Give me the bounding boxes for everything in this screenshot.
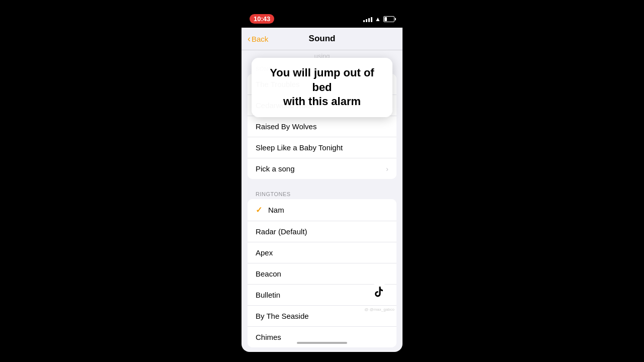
list-item[interactable]: Beacon (248, 263, 396, 285)
song-label-pick-a-song: Pick a song (256, 164, 386, 173)
list-item[interactable]: Sleep Like a Baby Tonight (248, 137, 396, 158)
list-item[interactable]: Radar (Default) (248, 221, 396, 242)
ringtones-section-label: RINGTONES (248, 187, 396, 199)
tooltip-text: You will jump out of bed with this alarm (262, 66, 382, 109)
back-chevron-icon: ‹ (248, 34, 251, 44)
tiktok-label: TikTok (372, 301, 386, 306)
tooltip-overlay: You will jump out of bed with this alarm (242, 58, 403, 117)
tiktok-user: @ @max_gabco (364, 307, 394, 312)
list-item[interactable]: Pick a song › (248, 158, 396, 179)
tiktok-watermark: TikTok @ @max_gabco (364, 284, 394, 312)
tiktok-svg (374, 287, 385, 298)
ringtone-label-apex: Apex (256, 248, 388, 257)
song-label-raised-by-wolves: Raised By Wolves (256, 122, 388, 131)
signal-icon (363, 16, 372, 22)
ringtone-label-beacon: Beacon (256, 269, 388, 278)
wifi-icon: ▲ (375, 16, 381, 23)
nav-bar: ‹ Back Sound (242, 28, 403, 50)
song-label-sleep-like-baby: Sleep Like a Baby Tonight (256, 143, 388, 152)
tiktok-logo-icon (371, 284, 387, 300)
time-display: 10:43 (250, 14, 274, 24)
tooltip-box: You will jump out of bed with this alarm (252, 58, 392, 117)
list-item[interactable]: Chimes (248, 327, 396, 347)
list-item[interactable]: Raised By Wolves (248, 116, 396, 137)
ringtone-label-chimes: Chimes (256, 333, 388, 341)
home-indicator (297, 342, 347, 344)
screen: ‹ Back Sound You will jump out of bed wi… (242, 28, 403, 352)
back-label: Back (252, 35, 268, 43)
page-title: Sound (309, 34, 336, 44)
ringtone-label-nam: Nam (268, 206, 388, 214)
phone-container: 10:43 ▲ ‹ Back Sound (242, 10, 403, 352)
checkmark-icon: ✓ (256, 205, 262, 215)
ringtone-label-by-the-seaside: By The Seaside (256, 312, 388, 320)
status-icons: ▲ (363, 16, 394, 23)
tooltip-line2: with this alarm (283, 95, 361, 108)
ringtone-label-radar: Radar (Default) (256, 227, 388, 236)
list-item[interactable]: ✓ Nam (248, 199, 396, 221)
list-item[interactable]: Apex (248, 242, 396, 263)
tooltip-line1: You will jump out of bed (270, 66, 374, 94)
ringtones-list: ✓ Nam Radar (Default) Apex Beacon Bullet… (248, 199, 396, 347)
battery-icon (383, 16, 394, 22)
chevron-right-icon: › (386, 165, 388, 173)
ringtones-section: RINGTONES ✓ Nam Radar (Default) Apex Bea… (242, 187, 403, 347)
status-bar: 10:43 ▲ (242, 10, 403, 28)
back-button[interactable]: ‹ Back (248, 34, 268, 44)
